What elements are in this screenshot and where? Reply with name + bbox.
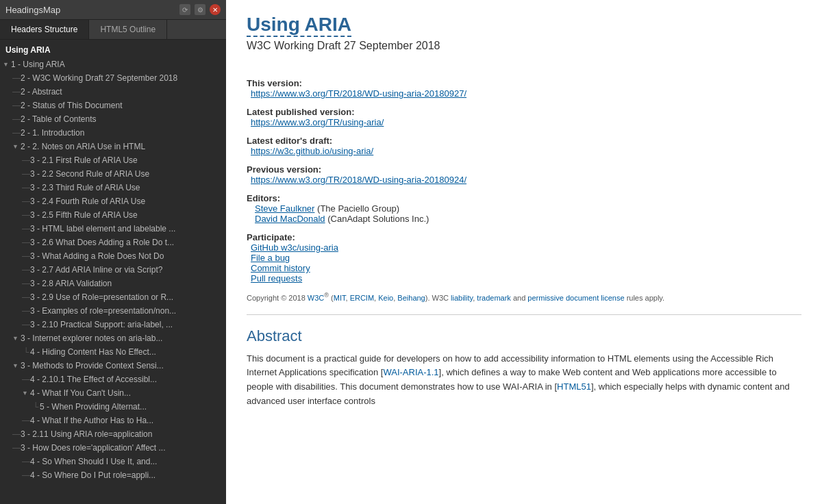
tree-arrow-icon[interactable]: ▼ [12, 143, 21, 150]
wai-aria-link[interactable]: WAI-ARIA-1.1 [383, 367, 438, 377]
panel-title-controls: ⟳ ⚙ ✕ [179, 4, 221, 15]
tree-item[interactable]: —3 - 2.9 Use of Role=presentation or R..… [0, 290, 226, 304]
tree-dash-icon: — [12, 101, 21, 110]
tree-item-label: 3 - 2.7 Add ARIA Inline or via Script? [30, 265, 162, 275]
beihang-link[interactable]: Beihang [397, 294, 425, 302]
tree-item-label: 1 - Using ARIA [11, 60, 65, 69]
latest-editors-link[interactable]: https://w3c.github.io/using-aria/ [251, 146, 801, 156]
mit-link[interactable]: MIT [334, 294, 346, 302]
editor2-link[interactable]: David MacDonald [255, 214, 325, 224]
tree-arrow-icon[interactable]: ▼ [12, 362, 21, 369]
editors-section: Editors: Steve Faulkner (The Paciello Gr… [247, 193, 801, 224]
tree-item-label: 3 - 2.5 Fifth Rule of ARIA Use [30, 210, 138, 220]
tree-item[interactable]: —3 - 2.3 Third Rule of ARIA Use [0, 181, 226, 194]
tree-dash-icon: — [22, 375, 30, 384]
tree-item[interactable]: —3 - 2.6 What Does Adding a Role Do t... [0, 236, 226, 249]
tab-headers-structure[interactable]: Headers Structure [0, 20, 89, 39]
tree-dash-icon: — [22, 183, 30, 192]
tree-dash-icon: — [22, 292, 30, 302]
abstract-title: Abstract [247, 327, 801, 345]
tree-item-label: 2 - W3C Working Draft 27 September 2018 [21, 73, 177, 83]
tree-arrow-icon[interactable]: ▼ [3, 61, 11, 68]
tree-dash-icon: — [22, 470, 30, 480]
tree-item-label: 4 - So When Should I Use It, and... [30, 457, 157, 466]
tree-item[interactable]: —4 - What If the Author Has to Ha... [0, 414, 226, 427]
tree-item[interactable]: —3 - 2.2 Second Rule of ARIA Use [0, 167, 226, 181]
tree-item[interactable]: —3 - 2.10 Practical Support: aria-label,… [0, 318, 226, 331]
left-panel: HeadingsMap ⟳ ⚙ ✕ Headers Structure HTML… [0, 0, 226, 504]
header-area: W3C Using ARIA W3C Working Draft 27 Sept… [247, 14, 801, 64]
close-button[interactable]: ✕ [210, 4, 221, 15]
tree-dash-icon: — [22, 169, 30, 179]
keio-link[interactable]: Keio [378, 294, 393, 302]
tree-item[interactable]: —3 - 2.7 Add ARIA Inline or via Script? [0, 263, 226, 277]
previous-version-link[interactable]: https://www.w3.org/TR/2018/WD-using-aria… [251, 175, 801, 185]
tree-dash-icon: — [22, 279, 30, 288]
tree-dash-icon: — [12, 73, 21, 83]
ercim-link[interactable]: ERCIM [350, 294, 374, 302]
right-panel[interactable]: W3C Using ARIA W3C Working Draft 27 Sept… [226, 0, 822, 504]
this-version-link[interactable]: https://www.w3.org/TR/2018/WD-using-aria… [251, 88, 801, 99]
tree-item-label: 2 - Table of Contents [21, 114, 97, 124]
tree-arrow-icon[interactable]: ▼ [12, 335, 21, 342]
tree-item[interactable]: —3 - 2.5 Fifth Rule of ARIA Use [0, 208, 226, 222]
editor1-org: (The Paciello Group) [314, 203, 399, 214]
tree-item-label: 3 - 2.1 First Rule of ARIA Use [30, 155, 138, 165]
tree-item-label: 3 - What Adding a Role Does Not Do [30, 251, 164, 261]
license-link[interactable]: permissive document license [527, 294, 624, 302]
tree-item[interactable]: —3 - 2.8 ARIA Validation [0, 277, 226, 290]
tree-item[interactable]: ▼3 - Internet explorer notes on aria-lab… [0, 331, 226, 345]
participate-commit-link[interactable]: Commit history [251, 263, 801, 273]
tree-dash-icon: — [12, 429, 21, 439]
settings-button[interactable]: ⚙ [195, 4, 206, 15]
tree-item[interactable]: —3 - Examples of role=presentation/non..… [0, 304, 226, 318]
html51-link[interactable]: HTML51 [557, 381, 591, 392]
tree-item[interactable]: —3 - 2.1 First Rule of ARIA Use [0, 153, 226, 167]
tree-item[interactable]: ▼3 - Methods to Provide Context Sensi... [0, 359, 226, 373]
tree-item[interactable]: —3 - 2.4 Fourth Rule of ARIA Use [0, 194, 226, 208]
tree-item[interactable]: —2 - 1. Introduction [0, 126, 226, 140]
liability-link[interactable]: liability [451, 294, 473, 302]
trademark-link[interactable]: trademark [477, 294, 511, 302]
tree-item[interactable]: └4 - Hiding Content Has No Effect... [0, 345, 226, 359]
tree-item[interactable]: —4 - 2.10.1 The Effect of Accessibl... [0, 373, 226, 386]
tree-item-label: 3 - 2.3 Third Rule of ARIA Use [30, 183, 140, 192]
this-version-label: This version: [247, 78, 302, 88]
tree-item-label: 2 - Status of This Document [21, 101, 123, 110]
tree-item[interactable]: └5 - When Providing Alternat... [0, 400, 226, 414]
tree-dash-icon: — [12, 87, 21, 97]
w3c-link[interactable]: W3C [308, 294, 324, 302]
tree-item[interactable]: —4 - So Where Do I Put role=appli... [0, 468, 226, 482]
tree-item[interactable]: —3 - 2.11 Using ARIA role=application [0, 427, 226, 441]
participate-label: Participate: [247, 232, 295, 242]
tree-item-label: 4 - What If You Can't Usin... [30, 388, 131, 398]
latest-published-link[interactable]: https://www.w3.org/TR/using-aria/ [251, 117, 801, 127]
tree-item[interactable]: ▼4 - What If You Can't Usin... [0, 386, 226, 400]
tree-item[interactable]: ▼2 - 2. Notes on ARIA Use in HTML [0, 140, 226, 153]
tree-item[interactable]: —2 - W3C Working Draft 27 September 2018 [0, 71, 226, 85]
participate-pull-link[interactable]: Pull requests [251, 273, 801, 284]
tree-item[interactable]: —4 - So When Should I Use It, and... [0, 455, 226, 468]
tree-item[interactable]: ▼1 - Using ARIA [0, 58, 226, 71]
tree-item[interactable]: —3 - HTML label element and labelable ..… [0, 222, 226, 236]
tree-item[interactable]: —3 - What Adding a Role Does Not Do [0, 249, 226, 263]
tree-arrow-icon[interactable]: ▼ [22, 390, 30, 396]
participate-github-link[interactable]: GitHub w3c/using-aria [251, 242, 801, 253]
tab-bar: Headers Structure HTML5 Outline [0, 20, 226, 40]
tree-dash-icon: — [22, 457, 30, 466]
refresh-button[interactable]: ⟳ [179, 4, 190, 15]
tree-container[interactable]: Using ARIA ▼1 - Using ARIA—2 - W3C Worki… [0, 40, 226, 504]
tree-item[interactable]: —2 - Table of Contents [0, 112, 226, 126]
tree-item-label: 2 - 1. Introduction [21, 128, 84, 138]
participate-bug-link[interactable]: File a bug [251, 253, 801, 263]
tree-item-label: 3 - 2.9 Use of Role=presentation or R... [30, 292, 173, 302]
tree-item[interactable]: —3 - How Does role='application' Affect … [0, 441, 226, 455]
latest-published-label: Latest published version: [247, 107, 354, 117]
editor1-link[interactable]: Steve Faulkner [255, 203, 314, 214]
tree-item[interactable]: —2 - Status of This Document [0, 99, 226, 112]
tree-dash-icon: — [22, 224, 30, 234]
tree-item[interactable]: —2 - Abstract [0, 85, 226, 99]
tree-item-label: 3 - 2.8 ARIA Validation [30, 279, 112, 288]
tree-dash-icon: └ [22, 347, 30, 357]
tab-html5-outline[interactable]: HTML5 Outline [89, 20, 167, 39]
